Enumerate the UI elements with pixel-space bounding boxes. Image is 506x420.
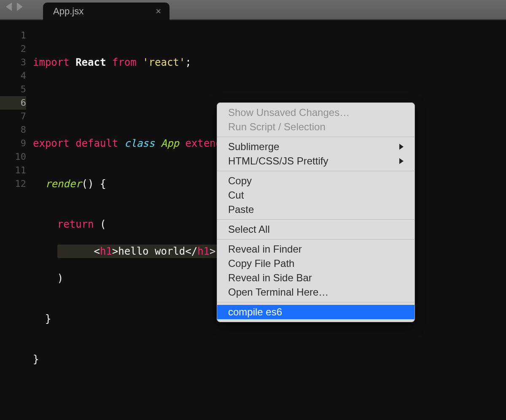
line-number: 2 [0,42,26,56]
menu-item-label: compile es6 [228,306,282,318]
code-line: } [33,353,506,366]
line-number: 5 [0,83,26,96]
nav-forward-icon[interactable] [17,3,23,11]
menu-item[interactable]: Open Terminal Here… [217,285,414,299]
code-line-highlighted: <h1>hello world</h1> [57,245,218,258]
line-number-gutter: 123456789101112 [0,20,33,420]
menu-item-label: Reveal in Side Bar [228,272,312,284]
menu-item: Run Script / Selection [217,120,414,134]
code-line [33,393,506,407]
menu-item[interactable]: Reveal in Finder [217,242,414,256]
menu-item-label: Show Unsaved Changes… [228,107,350,118]
close-icon[interactable]: × [156,6,161,17]
menu-separator [217,219,414,220]
line-number: 4 [0,69,26,83]
nav-arrows [6,3,23,11]
menu-item-label: HTML/CSS/JS Prettify [228,155,328,167]
chevron-right-icon [399,144,404,150]
menu-item-label: Reveal in Finder [228,243,302,255]
line-number: 12 [0,177,26,191]
menu-item-label: Open Terminal Here… [228,286,328,298]
menu-item-label: Paste [228,204,254,215]
line-number: 7 [0,110,26,123]
menu-item[interactable]: Paste [217,202,414,217]
menu-item[interactable]: Copy [217,174,414,188]
menu-separator [217,302,414,302]
title-bar: App.jsx × [0,0,506,20]
menu-item-label: Copy File Path [228,258,294,269]
code-line: import React from 'react'; [33,56,506,69]
menu-item-label: Sublimerge [228,141,279,153]
menu-item[interactable]: Reveal in Side Bar [217,271,414,285]
file-tab[interactable]: App.jsx × [43,3,170,20]
menu-item[interactable]: HTML/CSS/JS Prettify [217,154,414,168]
menu-item: Show Unsaved Changes… [217,105,414,120]
context-menu[interactable]: Show Unsaved Changes…Run Script / Select… [217,102,415,322]
line-number: 3 [0,56,26,69]
menu-item[interactable]: Sublimerge [217,140,414,154]
line-number: 6 [0,96,26,110]
nav-back-icon[interactable] [6,3,12,11]
menu-item[interactable]: Copy File Path [217,256,414,271]
menu-item[interactable]: Select All [217,222,414,237]
line-number: 11 [0,164,26,177]
menu-item[interactable]: Cut [217,188,414,202]
menu-item-label: Cut [228,189,244,201]
menu-separator [217,137,414,137]
line-number: 1 [0,29,26,42]
menu-item[interactable]: compile es6 [217,305,414,319]
line-number: 8 [0,123,26,137]
menu-item-label: Run Script / Selection [228,121,326,133]
tab-title: App.jsx [53,6,83,17]
menu-item-label: Select All [228,223,270,235]
line-number: 10 [0,150,26,164]
line-number: 9 [0,137,26,150]
menu-separator [217,171,414,171]
menu-separator [217,239,414,240]
chevron-right-icon [399,158,404,164]
menu-item-label: Copy [228,175,252,187]
